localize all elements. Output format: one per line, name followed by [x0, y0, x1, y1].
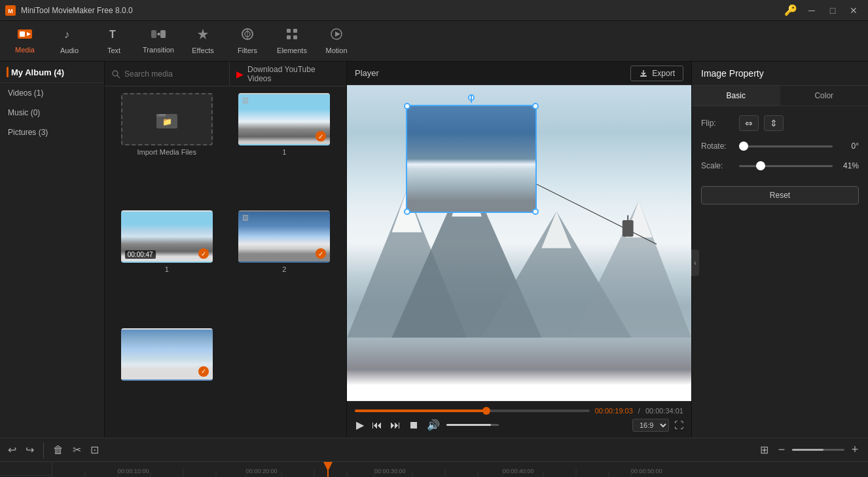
yt-label: Download YouTube Videos — [247, 65, 340, 83]
zoom-slider[interactable] — [792, 449, 844, 451]
svg-rect-14 — [293, 29, 297, 33]
rotate-line — [471, 94, 472, 103]
collapse-arrow[interactable]: ‹ — [691, 250, 699, 276]
rotate-value: 0° — [838, 142, 859, 151]
media-thumb-3[interactable]: 🖼 ✓ — [238, 210, 330, 263]
media-thumb-1[interactable]: 🖼 ✓ — [238, 93, 330, 145]
left-panel: My Album (4) Videos (1) Music (0) Pictur… — [0, 62, 105, 438]
media-item-4[interactable]: ✓ — [111, 328, 223, 431]
svg-rect-23 — [159, 114, 166, 116]
media-item-1[interactable]: 🖼 ✓ 1 — [229, 93, 340, 204]
toolbar-transition[interactable]: Transition — [136, 22, 181, 60]
timeline-content: ➕ ⊞ 📹 🔒 🎵 🔒 ♪ 🔒 00:00:10:00 — [0, 462, 868, 477]
play-button[interactable]: ▶ — [355, 417, 365, 432]
crop-button[interactable]: ⊡ — [88, 441, 101, 459]
elements-icon — [285, 28, 298, 44]
svg-rect-35 — [623, 220, 634, 237]
prev-button[interactable]: ⏮ — [371, 418, 384, 432]
player-header: Player Export — [347, 62, 691, 85]
media-check-3: ✓ — [316, 248, 326, 259]
fullscreen-button[interactable]: ⛶ — [674, 420, 683, 430]
import-thumb[interactable]: 📁 — [121, 93, 213, 145]
flip-vertical-button[interactable]: ⇕ — [764, 115, 784, 131]
zoom-out-button[interactable]: − — [774, 442, 789, 458]
undo-button[interactable]: ↩ — [5, 441, 19, 459]
redo-button[interactable]: ↪ — [23, 441, 37, 459]
progress-handle[interactable] — [482, 407, 490, 415]
toolbar-motion[interactable]: Motion — [314, 22, 359, 60]
aspect-ratio-select[interactable]: 16:9 4:3 1:1 — [632, 419, 669, 432]
media-item-1-label: 1 — [282, 148, 286, 156]
volume-button[interactable]: 🔊 — [425, 417, 441, 432]
toolbar-effects-label: Effects — [192, 47, 213, 54]
gondola-svg — [519, 148, 657, 306]
image-overlay-box[interactable] — [406, 105, 537, 213]
handle-tr[interactable] — [532, 103, 539, 109]
rotate-label: Rotate: — [701, 142, 734, 151]
tab-color[interactable]: Color — [780, 86, 869, 105]
import-label: Import Media Files — [137, 148, 196, 156]
sidebar-item-music[interactable]: Music (0) — [0, 103, 104, 123]
toolbar-separator-1 — [43, 442, 44, 458]
handle-tl[interactable] — [404, 103, 410, 109]
sidebar-item-videos[interactable]: Videos (1) — [0, 83, 104, 103]
close-button[interactable]: ✕ — [844, 4, 863, 17]
youtube-download-button[interactable]: ▶ Download YouTube Videos — [229, 62, 346, 86]
handle-bl[interactable] — [404, 208, 410, 215]
export-label: Export — [652, 69, 675, 78]
video-background — [347, 85, 691, 401]
search-icon — [111, 69, 120, 79]
media-icon — [18, 28, 32, 43]
media-thumb-2[interactable]: 00:00:47 ✓ — [121, 210, 213, 263]
media-type-icon-1: 🖼 — [242, 97, 249, 104]
scale-slider-wrap — [739, 165, 833, 167]
toolbar-filters[interactable]: Filters — [225, 22, 270, 60]
handle-br[interactable] — [532, 208, 539, 215]
next-button[interactable]: ⏭ — [389, 418, 402, 432]
export-icon — [639, 69, 648, 78]
volume-slider[interactable] — [446, 424, 499, 426]
toolbar-effects[interactable]: Effects — [181, 22, 225, 60]
sidebar-item-pictures[interactable]: Pictures (3) — [0, 123, 104, 142]
svg-rect-25 — [640, 75, 647, 77]
scale-row: Scale: 41% — [701, 161, 859, 170]
stop-button[interactable]: ⏹ — [407, 418, 420, 432]
svg-line-20 — [117, 75, 120, 78]
split-track-button[interactable]: ⊞ — [757, 441, 771, 459]
export-button[interactable]: Export — [630, 66, 683, 81]
search-input[interactable] — [124, 69, 223, 79]
scale-slider[interactable] — [739, 165, 833, 167]
media-item-3[interactable]: 🖼 ✓ 2 — [229, 210, 340, 321]
minimize-button[interactable]: ─ — [803, 4, 821, 17]
toolbar-audio[interactable]: ♪ Audio — [47, 22, 92, 60]
player-video — [347, 85, 691, 401]
import-media-item[interactable]: 📁 Import Media Files — [111, 93, 223, 204]
toolbar: Media ♪ Audio T Text Transition Effects … — [0, 21, 868, 62]
svg-rect-13 — [287, 29, 291, 33]
tab-basic[interactable]: Basic — [692, 86, 780, 105]
svg-text:📁: 📁 — [162, 117, 172, 126]
media-thumb-4[interactable]: ✓ — [121, 328, 213, 381]
zoom-controls: ⊞ − + — [757, 441, 863, 459]
controls-row: ▶ ⏮ ⏭ ⏹ 🔊 16:9 4:3 1:1 ⛶ — [355, 417, 683, 432]
toolbar-media[interactable]: Media — [3, 22, 47, 60]
split-button[interactable]: ✂ — [70, 441, 84, 459]
delete-button[interactable]: 🗑 — [50, 442, 66, 459]
toolbar-filters-label: Filters — [238, 47, 257, 54]
media-item-2[interactable]: 00:00:47 ✓ 1 — [111, 210, 223, 321]
rotate-slider[interactable] — [739, 145, 833, 147]
toolbar-text[interactable]: T Text — [92, 22, 136, 60]
reset-button[interactable]: Reset — [701, 186, 859, 204]
progress-bar[interactable] — [355, 410, 590, 412]
toolbar-elements[interactable]: Elements — [270, 22, 314, 60]
maximize-button[interactable]: □ — [823, 4, 842, 17]
app-icon: M — [5, 5, 16, 16]
svg-rect-7 — [151, 30, 156, 38]
search-area — [105, 69, 229, 79]
media-grid: 📁 Import Media Files 🖼 ✓ 1 00:00:47 ✓ — [105, 86, 346, 438]
flip-horizontal-button[interactable]: ⇔ — [739, 115, 759, 131]
timeline-tracks: 00:00:10:00 00:00:20:00 00:00:30:00 00:0… — [52, 462, 868, 477]
zoom-in-button[interactable]: + — [847, 442, 863, 458]
media-panel: ▶ Download YouTube Videos 📁 Import Media… — [105, 62, 347, 438]
flip-label: Flip: — [701, 119, 734, 128]
